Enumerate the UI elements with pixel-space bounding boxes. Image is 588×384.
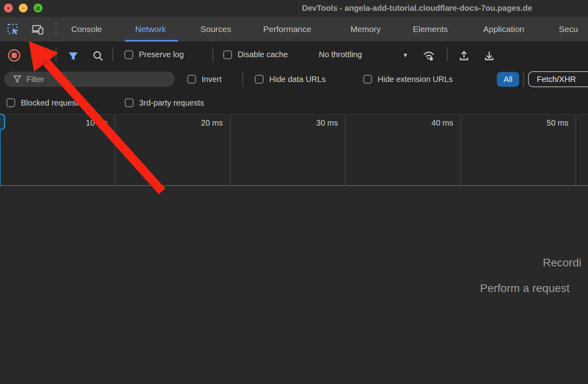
throttling-dropdown[interactable]: No throttling [319,42,362,67]
export-har-button[interactable] [482,48,496,63]
checkbox-box[interactable] [223,50,232,59]
devtools-window: × − ⊘ DevTools - angela-add-tutorial.clo… [0,0,588,384]
record-stop-icon [8,49,21,62]
tab-sources[interactable]: Sources [200,17,231,42]
blocked-requests-label: Blocked requests [21,98,82,108]
filter-input-pill[interactable] [4,72,175,87]
timeline-column: 30 ms [230,115,346,185]
timeline-tick-label: 40 ms [432,118,453,127]
checkbox-box[interactable] [125,98,134,107]
timeline-event-marker-line [0,129,1,186]
clear-icon [31,50,42,62]
hide-extension-urls-label: Hide extension URLs [378,75,453,84]
network-toolbar: Preserve log Disable cache No throttling… [0,42,588,67]
zoom-button[interactable]: ⊘ [34,4,42,12]
timeline-tick-label: 20 ms [201,118,223,127]
timeline-event-marker [0,114,5,130]
network-conditions-icon [422,49,435,62]
hide-data-urls-checkbox[interactable]: Hide data URLs [255,67,326,91]
import-har-button[interactable] [457,48,471,63]
blocked-requests-checkbox[interactable]: Blocked requests [6,91,82,114]
invert-label: Invert [202,75,222,84]
preserve-log-label: Preserve log [139,50,184,59]
toolbar-separator [447,48,448,62]
tab-elements[interactable]: Elements [413,17,448,42]
timeline-tick-label: 30 ms [316,118,338,127]
search-button[interactable] [91,49,105,63]
chevron-down-icon[interactable]: ▼ [402,52,408,58]
tabbar-separator [56,22,56,36]
tab-network[interactable]: Network [135,17,166,42]
request-filters-row: Blocked requests 3rd-party requests [0,91,588,115]
stop-recording-button[interactable] [7,48,21,62]
tab-security[interactable]: Secu [559,17,578,42]
timeline-tick-label: 10 ms [86,118,108,127]
timeline-column: 40 ms [346,115,461,185]
timeline-column [576,115,588,185]
inspect-icon [7,24,19,36]
toolbar-separator [112,48,113,62]
devtools-tabbar: Console Network Sources Performance Memo… [0,17,588,42]
upload-icon [458,50,470,62]
network-overview-timeline: 10 ms 20 ms 30 ms 40 ms 50 ms [0,115,588,186]
close-button[interactable]: × [4,4,13,12]
requests-empty-panel: Recordi Perform a request [0,186,588,384]
checkbox-box[interactable] [255,75,264,84]
checkbox-box[interactable] [363,75,372,84]
perform-request-hint-text: Perform a request [480,282,570,295]
filterbar-separator [523,72,524,86]
filter-toggle-button[interactable] [66,49,80,64]
invert-checkbox[interactable]: Invert [187,67,222,91]
timeline-tick-label: 50 ms [547,118,568,127]
disable-cache-checkbox[interactable]: Disable cache [223,42,288,67]
hide-data-urls-label: Hide data URLs [269,75,326,84]
active-tab-underline [125,40,178,42]
search-icon [92,50,104,62]
inspect-element-button[interactable] [6,22,20,37]
filter-input[interactable] [26,75,158,84]
tab-application[interactable]: Application [483,17,524,42]
preserve-log-checkbox[interactable]: Preserve log [124,42,184,67]
timeline-column: 20 ms [115,115,230,185]
device-toolbar-icon [31,24,44,36]
recording-hint-text: Recordi [543,256,581,269]
third-party-requests-checkbox[interactable]: 3rd-party requests [125,91,204,114]
throttling-value: No throttling [319,50,362,59]
filter-funnel-icon [68,51,79,62]
timeline-column: 10 ms [0,115,115,185]
toolbar-separator [56,48,56,62]
filter-bar: Invert Hide data URLs Hide extension URL… [0,67,588,91]
hide-extension-urls-checkbox[interactable]: Hide extension URLs [363,67,453,91]
tab-memory[interactable]: Memory [350,17,381,42]
timeline-column: 50 ms [461,115,576,185]
checkbox-box[interactable] [6,98,15,107]
toolbar-separator [212,48,213,62]
titlebar: × − ⊘ DevTools - angela-add-tutorial.clo… [0,0,588,17]
request-type-fetch-xhr-chip[interactable]: Fetch/XHR [528,71,588,87]
filterbar-separator [242,72,243,86]
filter-funnel-small-icon [13,75,22,84]
third-party-requests-label: 3rd-party requests [139,98,204,108]
checkbox-box[interactable] [124,50,133,59]
checkbox-box[interactable] [187,75,196,84]
network-conditions-button[interactable] [422,48,436,63]
disable-cache-label: Disable cache [238,50,288,59]
tab-console[interactable]: Console [71,17,102,42]
clear-log-button[interactable] [29,49,44,63]
window-title: DevTools - angela-add-tutorial.cloudflar… [302,4,532,13]
request-type-all-chip[interactable]: All [497,72,519,87]
device-toolbar-button[interactable] [30,22,45,37]
tab-performance[interactable]: Performance [263,17,311,42]
minimize-button[interactable]: − [19,4,28,12]
download-icon [483,50,495,62]
